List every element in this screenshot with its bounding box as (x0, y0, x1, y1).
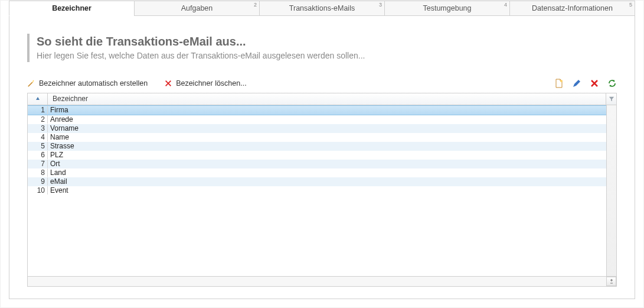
row-value: PLZ (48, 151, 606, 159)
grid-rows: 1Firma2Anrede3Vorname4Name5Strasse6PLZ7O… (28, 105, 606, 276)
table-row[interactable]: 9eMail (28, 177, 606, 186)
toolbar: Bezeichner automatisch erstellen Bezeich… (27, 76, 617, 90)
vertical-scrollbar[interactable] (606, 105, 616, 276)
delete-label: Bezeichner löschen... (176, 79, 247, 87)
sort-asc-icon (35, 96, 40, 101)
tab-label: Testumgebung (423, 4, 471, 12)
tab-transaktions-emails[interactable]: Transaktions-eMails 3 (259, 1, 385, 16)
row-value: Ort (48, 160, 606, 168)
tab-sup: 2 (254, 2, 257, 8)
add-row-button[interactable] (606, 277, 616, 286)
table-row[interactable]: 6PLZ (28, 151, 606, 160)
delete-icon (164, 79, 172, 87)
column-header-label: Bezeichner (53, 95, 88, 103)
table-row[interactable]: 8Land (28, 168, 606, 177)
table-row[interactable]: 5Strasse (28, 142, 606, 151)
table-row[interactable]: 2Anrede (28, 115, 606, 124)
row-value: eMail (48, 177, 606, 186)
refresh-icon (607, 79, 617, 88)
tab-label: Bezeichner (52, 4, 91, 12)
row-value: Name (48, 133, 606, 141)
auto-create-button[interactable]: Bezeichner automatisch erstellen (27, 79, 148, 87)
row-value: Anrede (48, 115, 606, 124)
row-number: 8 (28, 168, 48, 177)
pencil-icon (572, 79, 581, 88)
tab-label: Aufgaben (181, 4, 213, 12)
tab-sup: 4 (504, 2, 507, 8)
row-number: 9 (28, 177, 48, 186)
page-subtitle: Hier legen Sie fest, welche Daten aus de… (37, 50, 617, 62)
row-value: Vorname (48, 124, 606, 132)
grid-header: Bezeichner (28, 93, 616, 105)
heading: So sieht die Transaktions-eMail aus... H… (27, 34, 617, 62)
row-value: Strasse (48, 142, 606, 150)
tab-label: Datensatz-Informationen (532, 4, 613, 12)
row-value: Land (48, 168, 606, 177)
table-row[interactable]: 3Vorname (28, 124, 606, 133)
grid-footer (28, 276, 616, 286)
row-number: 5 (28, 142, 48, 150)
tab-bar: Bezeichner Aufgaben 2 Transaktions-eMail… (9, 1, 635, 16)
row-number: 7 (28, 160, 48, 168)
row-value: Event (48, 186, 606, 194)
plus-minus-icon (609, 278, 614, 284)
tab-panel: So sieht die Transaktions-eMail aus... H… (9, 16, 635, 299)
table-row[interactable]: 10Event (28, 186, 606, 195)
page-title: So sieht die Transaktions-eMail aus... (37, 34, 617, 49)
table-row[interactable]: 4Name (28, 133, 606, 142)
wand-icon (27, 79, 35, 87)
sort-indicator[interactable] (28, 93, 48, 105)
refresh-button[interactable] (607, 79, 617, 88)
new-button[interactable] (554, 79, 564, 88)
filter-icon (609, 96, 614, 102)
tab-sup: 3 (379, 2, 382, 8)
new-file-icon (554, 79, 564, 88)
edit-button[interactable] (572, 79, 581, 88)
x-icon (590, 79, 599, 88)
tab-aufgaben[interactable]: Aufgaben 2 (134, 1, 260, 16)
column-header-bezeichner[interactable]: Bezeichner (48, 93, 606, 105)
svg-point-1 (560, 80, 563, 82)
grid: Bezeichner 1Firma2Anrede3Vorname4Name5St… (27, 93, 617, 287)
row-number: 2 (28, 115, 48, 124)
remove-button[interactable] (590, 79, 599, 88)
svg-point-0 (32, 81, 34, 82)
row-number: 10 (28, 186, 48, 194)
row-number: 3 (28, 124, 48, 132)
table-row[interactable]: 1Firma (28, 105, 606, 115)
delete-button[interactable]: Bezeichner löschen... (164, 79, 247, 87)
auto-create-label: Bezeichner automatisch erstellen (39, 79, 148, 87)
row-number: 1 (28, 106, 48, 114)
tab-datensatz-info[interactable]: Datensatz-Informationen 5 (509, 1, 635, 16)
filter-button[interactable] (606, 93, 616, 105)
row-value: Firma (48, 106, 606, 114)
tab-testumgebung[interactable]: Testumgebung 4 (384, 1, 510, 16)
row-number: 6 (28, 151, 48, 159)
row-number: 4 (28, 133, 48, 141)
tab-sup: 5 (629, 2, 632, 8)
table-row[interactable]: 7Ort (28, 160, 606, 168)
tab-bezeichner[interactable]: Bezeichner (9, 1, 135, 16)
tab-label: Transaktions-eMails (289, 4, 355, 12)
